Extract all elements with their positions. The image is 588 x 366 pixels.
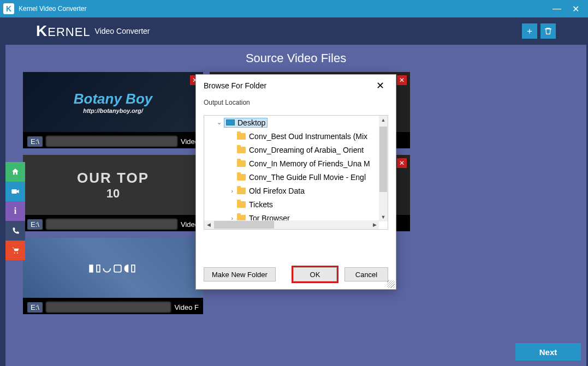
delete-button[interactable]	[541, 23, 556, 39]
scroll-left-icon: ◀	[204, 220, 213, 229]
video-tile[interactable]: OUR TOP 10 E:\ Video	[23, 155, 203, 231]
chevron-right-icon: ›	[227, 188, 237, 194]
video-thumbnail: Botany Boy http://botanyboy.org/	[23, 72, 203, 132]
chevron-down-icon: ⌄	[214, 119, 224, 126]
brand-name: KERNEL	[36, 22, 91, 40]
sidebar-phone-button[interactable]	[5, 221, 25, 241]
video-thumbnail: OUR TOP 10	[23, 155, 203, 215]
trash-icon	[544, 27, 553, 35]
video-tile[interactable]: ▮▯◡▢◖▯ E:\ Video F	[23, 238, 203, 314]
scroll-down-icon: ▼	[379, 213, 388, 221]
folder-icon	[237, 201, 246, 208]
scroll-up-icon: ▲	[379, 116, 388, 124]
close-window-button[interactable]: ✕	[566, 0, 585, 17]
tree-scrollbar-horizontal[interactable]: ◀ ▶	[204, 220, 379, 229]
scroll-right-icon: ▶	[370, 220, 379, 229]
folder-icon	[237, 174, 246, 181]
dialog-title: Browse For Folder	[204, 81, 266, 90]
remove-video-button[interactable]: ✕	[397, 158, 407, 168]
browse-folder-dialog: Browse For Folder ✕ Output Location ⌄ De…	[195, 74, 396, 290]
window-titlebar: K Kernel Video Converter — ✕	[0, 0, 588, 17]
info-icon: i	[14, 206, 16, 216]
video-path: E:\ Video	[23, 134, 203, 148]
dialog-subtitle: Output Location	[196, 97, 396, 115]
tree-item[interactable]: Conv_Best Oud Instrumentals (Mix	[204, 129, 388, 143]
tree-item[interactable]: ›Old Firefox Data	[204, 184, 388, 197]
svg-rect-0	[11, 189, 16, 194]
sidebar-home-button[interactable]	[5, 162, 25, 182]
folder-icon	[237, 160, 246, 167]
sidebar-info-button[interactable]: i	[5, 201, 25, 221]
make-new-folder-button[interactable]: Make New Folder	[204, 267, 276, 281]
tree-item[interactable]: Tickets	[204, 197, 388, 211]
brand-sub: Video Converter	[95, 27, 150, 35]
svg-point-2	[17, 253, 18, 254]
window-title: Kernel Video Converter	[19, 5, 87, 13]
folder-tree: ⌄ Desktop Conv_Best Oud Instrumentals (M…	[204, 115, 388, 230]
minimize-button[interactable]: —	[548, 0, 566, 17]
sidebar-video-button[interactable]	[5, 182, 25, 201]
phone-icon	[11, 227, 20, 235]
home-icon	[11, 167, 20, 176]
folder-icon	[237, 133, 246, 140]
tree-item[interactable]: Conv_Dreaming of Arabia_ Orient	[204, 143, 388, 157]
video-path: E:\ Video F	[23, 300, 203, 314]
video-tile[interactable]: ✕ Botany Boy http://botanyboy.org/ E:\ V…	[23, 72, 203, 148]
app-logo-icon: K	[3, 3, 14, 14]
video-thumbnail: ▮▯◡▢◖▯	[23, 238, 203, 298]
cancel-button[interactable]: Cancel	[345, 267, 388, 281]
dialog-titlebar: Browse For Folder ✕	[196, 75, 396, 97]
video-icon	[11, 187, 20, 196]
cart-icon	[11, 246, 20, 255]
section-title: Source Video Files	[5, 45, 586, 72]
app-header: KERNEL Video Converter ＋	[5, 17, 586, 45]
sidebar: i	[5, 162, 25, 260]
sidebar-cart-button[interactable]	[5, 241, 25, 260]
resize-grip[interactable]	[387, 280, 395, 288]
video-path: E:\ Video	[23, 217, 203, 231]
svg-point-1	[14, 253, 15, 254]
tree-item[interactable]: Conv_In Memory of Friends_Una M	[204, 157, 388, 170]
dialog-buttons: Make New Folder OK Cancel	[204, 267, 388, 281]
add-file-button[interactable]: ＋	[522, 23, 537, 39]
remove-video-button[interactable]: ✕	[397, 75, 407, 85]
dialog-close-button[interactable]: ✕	[372, 77, 388, 94]
folder-icon	[237, 147, 246, 153]
next-button[interactable]: Next	[515, 343, 581, 361]
tree-item-desktop[interactable]: ⌄ Desktop	[204, 116, 388, 129]
tree-item[interactable]: Conv_The Guide Full Movie - Engl	[204, 170, 388, 184]
tree-scrollbar-vertical[interactable]: ▲ ▼	[379, 116, 388, 221]
folder-icon	[237, 188, 246, 194]
ok-button[interactable]: OK	[293, 267, 337, 281]
desktop-icon	[226, 119, 235, 125]
